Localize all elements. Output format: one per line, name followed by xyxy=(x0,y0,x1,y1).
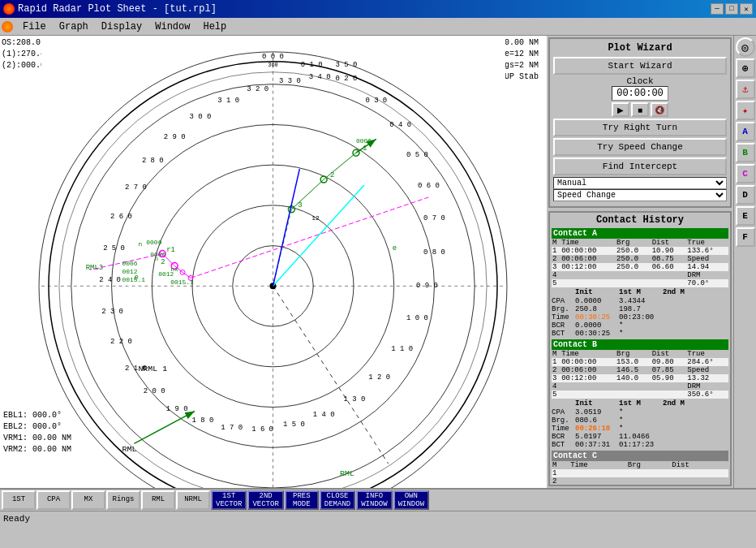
menu-display[interactable]: Display xyxy=(95,19,148,34)
manual-select[interactable]: Manual xyxy=(553,177,727,189)
compass-icon-btn[interactable]: ⊕ xyxy=(736,58,755,78)
contact-a-section: Contact A M Time Brg Dist True 1 00:00:0… xyxy=(552,228,728,338)
1st-btn[interactable]: 1ST xyxy=(2,490,36,510)
warning-icon-btn[interactable]: ✦ xyxy=(736,101,755,120)
vrm1: VRM1: 00.00 NM xyxy=(3,433,71,444)
find-intercept-btn[interactable]: Find Intercept xyxy=(553,157,727,175)
menu-graph[interactable]: Graph xyxy=(53,19,95,34)
status-text: Ready xyxy=(3,514,30,524)
svg-text:2 2 0: 2 2 0 xyxy=(110,338,132,346)
contact-a-cpa: CPA 0.0000 3.4344 xyxy=(552,297,728,305)
svg-text:0 8 0: 0 8 0 xyxy=(423,248,445,257)
menu-help[interactable]: Help xyxy=(196,19,233,34)
svg-text:3 4 0: 3 4 0 xyxy=(309,73,331,81)
menu-file[interactable]: File xyxy=(16,19,53,34)
start-wizard-btn[interactable]: Start Wizard xyxy=(553,57,727,75)
svg-text:2 7 0: 2 7 0 xyxy=(125,183,147,192)
svg-text:0015.1: 0015.1 xyxy=(170,278,194,286)
contact-c-table: M Time Brg Dist 1 2 3 4 5 xyxy=(552,461,728,486)
pres-mode-btn[interactable]: PRESMODE xyxy=(285,490,319,510)
svg-text:n: n xyxy=(154,255,158,262)
svg-text:0 9 0: 0 9 0 xyxy=(416,282,438,290)
try-speed-change-btn[interactable]: Try Speed Change xyxy=(553,138,727,156)
svg-text:1 4 0: 1 4 0 xyxy=(313,411,335,419)
contact-a-time: Time 00:30:25 00:23:00 xyxy=(552,313,728,321)
svg-text:0 1 0: 0 1 0 xyxy=(301,61,323,69)
svg-text:0012: 0012 xyxy=(158,270,174,278)
main-area: OS:208.0°/20.0 (1):270.4°/20.0/15:06 (2)… xyxy=(0,36,756,488)
svg-text:0 2 0: 0 2 0 xyxy=(336,75,358,83)
table-row: 1 00:00:00 250.0 10.90 133.6° xyxy=(552,247,728,255)
mx-btn[interactable]: MX xyxy=(71,490,105,510)
minimize-btn[interactable]: — xyxy=(711,3,724,15)
svg-text:2 3 0: 2 3 0 xyxy=(101,308,123,316)
anchor-icon-btn[interactable]: ⚓ xyxy=(736,80,755,99)
a-icon-btn[interactable]: A xyxy=(736,122,755,141)
ebl-info: EBL1: 000.0° EBL2: 000.0° VRM1: 00.00 NM… xyxy=(3,410,71,455)
contact-history-title: Contact History xyxy=(550,213,730,227)
table-row: 1 xyxy=(552,469,728,477)
side-icons: ◎ ⊕ ⚓ ✦ A B C D E F xyxy=(733,36,756,488)
radar-panel[interactable]: OS:208.0°/20.0 (1):270.4°/20.0/15:06 (2)… xyxy=(0,36,547,488)
contact-b-cpa: CPA 3.0519 * xyxy=(552,408,728,416)
svg-text:0 3 0: 0 3 0 xyxy=(365,97,387,105)
close-demand-btn[interactable]: CLOSEDEMAND xyxy=(320,490,355,510)
svg-text:1 3 0: 1 3 0 xyxy=(344,395,366,403)
maximize-btn[interactable]: □ xyxy=(725,3,738,15)
menu-window[interactable]: Window xyxy=(148,19,196,34)
contact-c-header: Contact C xyxy=(552,451,728,461)
right-panel: Plot Wizard Start Wizard Clock 00:00:00 … xyxy=(547,36,733,488)
svg-text:0 7 0: 0 7 0 xyxy=(423,214,445,222)
contact-b-time: Time 00:26:18 * xyxy=(552,425,728,433)
radar-circle-icon-btn[interactable]: ◎ xyxy=(736,37,755,57)
c-icon-btn[interactable]: C xyxy=(736,164,755,183)
b-icon-btn[interactable]: B xyxy=(736,143,755,162)
menu-bar: File Graph Display Window Help xyxy=(0,18,756,36)
svg-text:1 1 0: 1 1 0 xyxy=(391,345,413,353)
e-icon-btn[interactable]: E xyxy=(736,206,755,226)
svg-text:3 3 0: 3 3 0 xyxy=(279,77,301,85)
clock-stop-btn[interactable]: ■ xyxy=(631,102,649,117)
svg-text:2 5 0: 2 5 0 xyxy=(103,244,125,252)
f-icon-btn[interactable]: F xyxy=(736,227,755,247)
contact-a-brg: Brg. 250.8 198.7 xyxy=(552,305,728,313)
plot-wizard-title: Plot Wizard xyxy=(553,42,727,54)
rml-btn[interactable]: RML xyxy=(141,490,175,510)
contact-history: Contact History Contact A M Time Brg Dis… xyxy=(548,211,732,486)
1st-vector-btn[interactable]: 1STVECTOR xyxy=(211,490,247,510)
clock-section: Clock 00:00:00 ▶ ■ 🔇 xyxy=(553,76,727,117)
2nd-vector-btn[interactable]: 2NDVECTOR xyxy=(247,490,283,510)
svg-text:0 4 0: 0 4 0 xyxy=(389,121,411,129)
clock-play-btn[interactable]: ▶ xyxy=(612,102,629,117)
contact-c-section: Contact C M Time Brg Dist 1 2 3 4 5 xyxy=(552,451,728,486)
svg-text:2 0 0: 2 0 0 xyxy=(144,387,165,395)
app-icon xyxy=(3,3,15,15)
d-icon-btn[interactable]: D xyxy=(736,185,755,205)
own-window-btn[interactable]: OWNWINDOW xyxy=(393,490,429,510)
svg-rect-0 xyxy=(41,36,505,488)
svg-text:1 6 0: 1 6 0 xyxy=(251,425,273,434)
table-row: 5 70.0° xyxy=(552,279,728,287)
cpa-btn[interactable]: CPA xyxy=(37,490,71,510)
contact-a-header: Contact A xyxy=(552,228,728,239)
app-menu-icon xyxy=(2,21,13,32)
speed-change-select[interactable]: Speed Change xyxy=(553,189,727,201)
svg-text:RML3: RML3 xyxy=(86,264,103,272)
title-bar: Rapid Radar Plot Sheet - [tut.rpl] — □ ✕ xyxy=(0,0,756,18)
svg-text:1 2 0: 1 2 0 xyxy=(368,373,390,382)
contact-c-col-headers: M Time Brg Dist xyxy=(552,461,728,469)
nrml-btn[interactable]: NRML xyxy=(176,490,210,510)
table-row: 4 DRM xyxy=(552,382,728,391)
svg-text:2: 2 xyxy=(161,258,165,266)
info-window-btn[interactable]: INFOWINDOW xyxy=(356,490,392,510)
svg-text:2 6 0: 2 6 0 xyxy=(110,213,132,221)
clock-mute-btn[interactable]: 🔇 xyxy=(651,102,668,117)
rings-btn[interactable]: Rings xyxy=(106,490,140,510)
svg-text:0006: 0006 xyxy=(146,239,161,246)
try-right-turn-btn[interactable]: Try Right Turn xyxy=(553,119,727,136)
close-btn[interactable]: ✕ xyxy=(740,3,753,15)
radar-display[interactable]: 0 0 0 360 0 1 0 0 2 0 0 3 0 0 4 0 0 5 0 … xyxy=(0,36,547,488)
contact-a-headers: Init 1st M 2nd M xyxy=(552,288,728,296)
svg-text:1 8 0: 1 8 0 xyxy=(192,416,214,425)
app-title: Rapid Radar Plot Sheet - [tut.rpl] xyxy=(18,3,217,15)
